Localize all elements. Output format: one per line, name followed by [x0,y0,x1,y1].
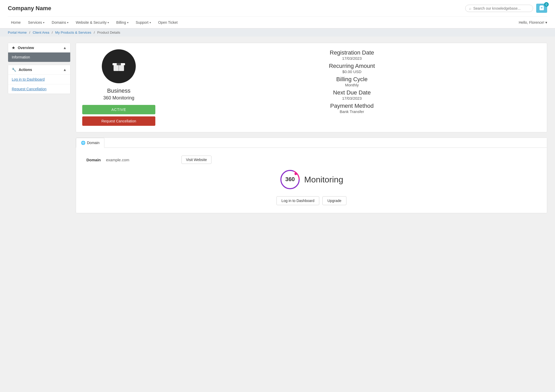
chevron-down-icon: ▾ [545,20,547,25]
star-icon: ★ [12,46,15,50]
monitoring-actions: Log in to Dashboard Upgrade [86,196,536,205]
sidebar-overview-header[interactable]: ★ Overview ▲ [8,43,70,52]
sidebar-overview-label: ★ Overview [12,46,34,50]
search-icon: ⌕ [469,6,471,10]
svg-rect-2 [117,63,121,65]
breadcrumb: Portal Home / Client Area / My Products … [0,28,555,37]
next-due-date-section: Next Due Date 17/03/2023 [163,89,541,100]
360-monitoring-logo-icon: 360 [280,169,300,190]
breadcrumb-product-details: Product Details [97,31,120,34]
product-icon [102,49,136,83]
nav-domains[interactable]: Domains ▾ [49,17,72,28]
svg-point-7 [294,173,297,175]
header: Company Name ⌕ 0 Home Services ▾ Domains… [0,0,555,28]
breadcrumb-sep: / [52,31,53,34]
box-icon [110,58,127,75]
breadcrumb-sep: / [29,31,30,34]
globe-icon: 🌐 [81,141,85,145]
chevron-down-icon: ▾ [127,21,128,24]
registration-date-section: Registration Date 17/03/2023 [163,49,541,61]
payment-method-section: Payment Method Bank Transfer [163,103,541,114]
recurring-amount-label: Recurring Amount [163,63,541,69]
cart-button[interactable]: 0 [536,4,547,13]
product-details: Registration Date 17/03/2023 Recurring A… [163,49,541,116]
nav-left: Home Services ▾ Domains ▾ Website & Secu… [8,17,181,28]
wrench-icon: 🔧 [12,68,16,72]
sidebar-login-link[interactable]: Log in to Dashboard [8,74,70,84]
sidebar-actions-label: 🔧 Actions [12,68,32,72]
nav-home[interactable]: Home [8,17,24,28]
search-box[interactable]: ⌕ [465,5,533,12]
billing-cycle-section: Billing Cycle Monthly [163,76,541,87]
tab-content: Domain example.com Visit Website 360 [76,148,547,213]
sidebar-actions-header[interactable]: 🔧 Actions ▲ [8,65,70,74]
breadcrumb-my-products[interactable]: My Products & Services [55,31,91,34]
breadcrumb-client-area[interactable]: Client Area [33,31,49,34]
chevron-down-icon: ▾ [67,21,68,24]
content-area: ★ Overview ▲ Information 🔧 Actions ▲ [8,43,547,213]
chevron-down-icon: ▾ [43,21,44,24]
chevron-down-icon: ▾ [108,21,109,24]
login-dashboard-button[interactable]: Log in to Dashboard [276,196,319,205]
product-info-card: Business 360 Monitoring ACTIVE Request C… [76,43,547,132]
sidebar: ★ Overview ▲ Information 🔧 Actions ▲ [8,43,70,213]
search-input[interactable] [473,6,529,10]
chevron-down-icon: ▾ [150,21,151,24]
recurring-amount-value: $0.00 USD [163,69,541,74]
recurring-amount-section: Recurring Amount $0.00 USD [163,63,541,74]
status-badge: ACTIVE [82,105,155,114]
product-visual: Business 360 Monitoring ACTIVE Request C… [82,49,155,126]
header-right: ⌕ 0 [465,4,547,13]
nav-services[interactable]: Services ▾ [25,17,48,28]
breadcrumb-sep: / [94,31,95,34]
cart-icon [539,5,545,11]
tab-domain[interactable]: 🌐 Domain [76,138,104,148]
nav-billing[interactable]: Billing ▾ [113,17,131,28]
registration-date-label: Registration Date [163,49,541,56]
company-name: Company Name [8,5,51,12]
tab-bar: 🌐 Domain [76,138,547,148]
user-greeting: Hello, Florence! [519,20,544,25]
chevron-up-icon: ▲ [63,46,67,50]
sidebar-overview-section: ★ Overview ▲ Information [8,43,70,62]
header-top: Company Name ⌕ 0 [8,0,547,16]
monitoring-text: Monitoring [304,175,343,185]
domain-section: 🌐 Domain Domain example.com Visit Websit… [76,138,547,213]
main-content: ★ Overview ▲ Information 🔧 Actions ▲ [0,37,555,219]
next-due-date-value: 17/03/2023 [163,96,541,100]
visit-website-button[interactable]: Visit Website [181,156,211,164]
domain-label: Domain [86,158,101,162]
nav-website-security[interactable]: Website & Security ▾ [73,17,112,28]
billing-cycle-value: Monthly [163,83,541,87]
sidebar-cancel-link[interactable]: Request Cancellation [8,84,70,94]
sidebar-information-item[interactable]: Information [8,52,70,62]
upgrade-button[interactable]: Upgrade [322,196,346,205]
registration-date-value: 17/03/2023 [163,56,541,61]
user-menu[interactable]: Hello, Florence! ▾ [519,17,547,28]
chevron-up-icon: ▲ [63,68,67,72]
breadcrumb-portal-home[interactable]: Portal Home [8,31,27,34]
payment-method-label: Payment Method [163,103,541,109]
product-area: Business 360 Monitoring ACTIVE Request C… [76,43,547,213]
payment-method-value: Bank Transfer [163,109,541,114]
svg-text:360: 360 [285,176,295,182]
sidebar-actions-section: 🔧 Actions ▲ Log in to Dashboard Request … [8,65,70,94]
billing-cycle-label: Billing Cycle [163,76,541,83]
nav-open-ticket[interactable]: Open Ticket [155,17,181,28]
monitoring-logo: 360 Monitoring [86,169,536,190]
product-name: Business [82,87,155,94]
cancel-button[interactable]: Request Cancellation [82,116,155,126]
cart-badge: 0 [544,2,549,7]
next-due-date-label: Next Due Date [163,89,541,96]
main-nav: Home Services ▾ Domains ▾ Website & Secu… [8,16,547,28]
domain-value: example.com [106,158,129,162]
domain-row: Domain example.com Visit Website [86,156,536,164]
nav-support[interactable]: Support ▾ [133,17,154,28]
product-subname: 360 Monitoring [82,95,155,101]
